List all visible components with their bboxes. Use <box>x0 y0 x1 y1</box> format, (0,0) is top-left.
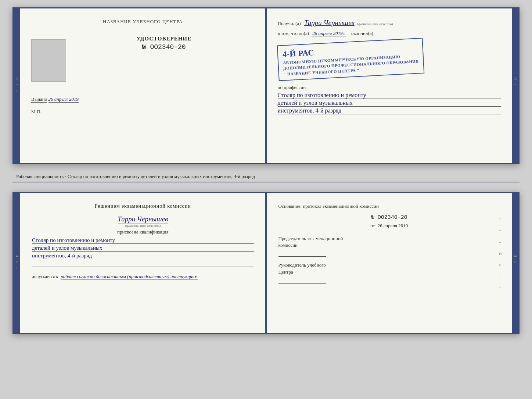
bottom-left-strip-text: И а ← <box>15 254 19 272</box>
caption-text: Рабочая специальность - Столяр по изгото… <box>12 174 520 182</box>
bottom-right-strip-text: И а ← <box>513 254 517 272</box>
top-left-page: НАЗВАНИЕ УЧЕБНОГО ЦЕНТРА УДОСТОВЕРЕНИЕ №… <box>20 8 267 163</box>
qualification-lines: Столяр по изготовлению и ремонту деталей… <box>32 237 254 267</box>
head-label2: Центра <box>278 269 293 275</box>
bottom-left-page: Решением экзаменационной комиссии Тарри … <box>20 193 267 333</box>
person-name-block: Тарри Чернышев (фамилия, имя, отчество) <box>32 215 254 228</box>
profession-line3: инструментов, 4-й разряд <box>278 107 501 114</box>
letter-i: И <box>499 252 503 256</box>
top-right-page: Получил(а) Тарри Чернышев (фамилия, имя,… <box>267 8 512 163</box>
chair-label: Председатель экзаменационной комиссии <box>278 235 500 249</box>
tom-label: в том, что он(а) <box>278 31 309 36</box>
arrow-left: ← <box>499 274 503 278</box>
issued-label: Выдано <box>31 96 47 103</box>
stamp-box: 4-й рас АВТОНОМНУЮ НЕКОММЕРЧЕСКУЮ ОРГАНИ… <box>277 38 424 81</box>
left-side-strip: И а ← <box>14 8 20 163</box>
recipient-name: Тарри Чернышев <box>304 19 355 27</box>
right-dashes: – – – И а ← – – – <box>499 215 503 314</box>
letter-a: а <box>499 263 503 267</box>
received-label: Получил(а) <box>278 21 301 26</box>
dash5: – <box>499 297 503 302</box>
dash2: – <box>499 227 503 233</box>
issued-line: Выдано 26 апреля 2019 <box>31 96 255 102</box>
person-hint: (фамилия, имя, отчество) <box>32 224 254 228</box>
chair-label1: Председатель экзаменационной <box>278 236 343 241</box>
qual-line3: инструментов, 4-й разряд <box>32 253 254 259</box>
bottom-right-side-strip: И а ← <box>512 193 518 333</box>
decision-title: Решением экзаменационной комиссии <box>32 203 254 209</box>
profession-block: по профессии Столяр по изготовлению и ре… <box>278 85 501 114</box>
issued-date: 26 апреля 2019 <box>48 96 79 103</box>
mp-label: М.П. <box>31 109 41 114</box>
right-side-strip: И а ← <box>512 8 518 163</box>
head-label1: Руководитель учебного <box>278 262 326 268</box>
date-prefix: от <box>370 223 375 228</box>
допуск-prefix: допускается к <box>32 274 58 279</box>
profession-label: по профессии <box>278 85 501 90</box>
left-strip-text: И а ← <box>15 77 19 95</box>
profession-line2: деталей и узлов музыкальных <box>278 100 501 107</box>
qual-line2: деталей и узлов музыкальных <box>32 245 254 252</box>
protocol-date-value: 26 апреля 2019 <box>377 223 408 228</box>
bottom-right-page: Основание: протокол экзаменационной коми… <box>267 193 512 333</box>
head-label: Руководитель учебного Центра <box>278 262 500 275</box>
допуск-line: допускается к работе согласно должностны… <box>32 274 254 279</box>
top-document-spread: И а ← НАЗВАНИЕ УЧЕБНОГО ЦЕНТРА УДОСТОВЕР… <box>12 7 520 164</box>
dash1: – <box>499 215 503 221</box>
basis-title: Основание: протокол экзаменационной коми… <box>278 203 500 209</box>
qual-line1: Столяр по изготовлению и ремонту <box>32 237 254 244</box>
chair-sign-line <box>278 250 326 257</box>
protocol-date: от 26 апреля 2019 <box>278 223 500 229</box>
dash4: – <box>499 285 503 290</box>
head-sign-block: Руководитель учебного Центра <box>278 262 500 283</box>
finished-label: окончил(а) <box>351 31 373 36</box>
допуск-text: работе согласно должностным (производств… <box>61 274 197 279</box>
recipient-hint: (фамилия, имя, отчество) <box>357 22 393 26</box>
qual-blank-line <box>32 260 254 267</box>
bottom-document-spread: И а ← Решением экзаменационной комиссии … <box>12 192 520 334</box>
right-strip-text: И а ← <box>513 77 517 95</box>
org-name-title: НАЗВАНИЕ УЧЕБНОГО ЦЕНТРА <box>31 19 255 25</box>
dash6: – <box>499 309 503 314</box>
person-name: Тарри Чернышев <box>118 215 168 224</box>
protocol-number: № OO2340-20 <box>278 214 500 221</box>
photo-placeholder <box>31 39 66 82</box>
profession-line1: Столяр по изготовлению и ремонту <box>278 92 501 99</box>
tom-line: в том, что он(а) 26 апреля 2019г. окончи… <box>278 31 501 36</box>
head-sign-line <box>278 277 326 284</box>
bottom-left-side-strip: И а ← <box>14 193 20 333</box>
dash3: – <box>499 239 503 245</box>
assigned-label: присвоена квалификация <box>32 229 254 235</box>
date-value: 26 апреля 2019г. <box>312 31 345 36</box>
chair-sign-block: Председатель экзаменационной комиссии <box>278 235 500 257</box>
mp-line: М.П. <box>31 109 255 115</box>
chair-label2: комиссии <box>278 242 298 248</box>
recipient-line: Получил(а) Тарри Чернышев (фамилия, имя,… <box>278 19 501 27</box>
dash-separator: – <box>398 21 400 26</box>
